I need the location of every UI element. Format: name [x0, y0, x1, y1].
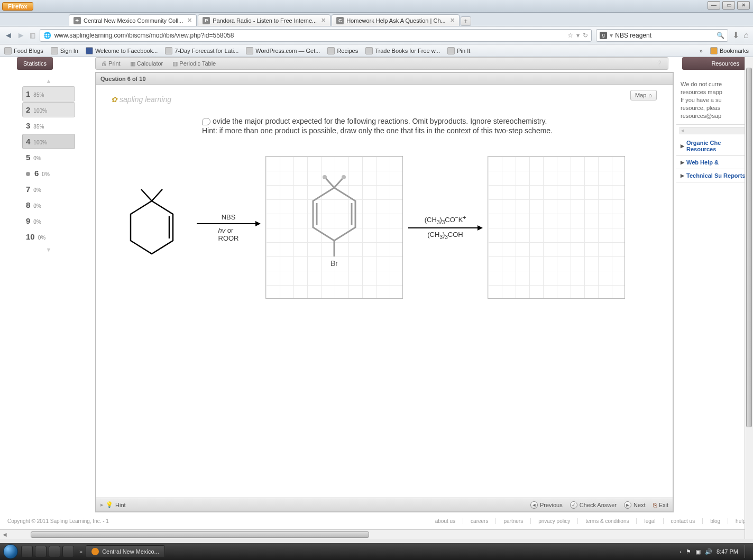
sapling-logo: ✿ sapling learning: [111, 95, 171, 104]
back-button[interactable]: ◄: [4, 31, 13, 40]
copyright-text: Copyright © 2011 Sapling Learning, Inc. …: [7, 518, 109, 524]
question-nav-item[interactable]: 90%: [22, 213, 75, 228]
minimize-button[interactable]: —: [708, 1, 720, 10]
tray-icon[interactable]: ⚑: [686, 548, 691, 555]
firefox-menu-button[interactable]: Firefox: [2, 2, 33, 11]
system-tray: ‹ ⚑ ▣ 🔊 8:47 PM: [679, 545, 750, 558]
statistics-header[interactable]: Statistics: [17, 57, 53, 70]
speech-icon[interactable]: [202, 118, 210, 125]
svg-line-6: [334, 177, 344, 188]
question-number: 10: [26, 232, 35, 241]
question-nav-item[interactable]: 50%: [22, 150, 75, 165]
resource-link[interactable]: ▶Technical Su Reports: [676, 169, 753, 182]
footer-link[interactable]: blog: [702, 518, 720, 524]
tray-volume-icon[interactable]: 🔊: [705, 548, 712, 555]
question-score: 0%: [33, 155, 41, 161]
check-answer-button[interactable]: ✓Check Answer: [570, 501, 617, 509]
question-nav-item[interactable]: 80%: [22, 197, 75, 213]
question-nav-item[interactable]: 2100%: [22, 102, 75, 117]
url-bar[interactable]: 🌐 www.saplinglearning.com/ibiscms/mod/ib…: [40, 29, 592, 42]
bookmark-item[interactable]: Trade Books for Free w...: [365, 47, 440, 54]
browser-tab[interactable]: P Pandora Radio - Listen to Free Interne…: [198, 14, 330, 26]
browser-tab[interactable]: ✦ Central New Mexico Community Coll... ✕: [69, 14, 197, 26]
bookmark-item[interactable]: Recipes: [327, 47, 358, 54]
footer-link[interactable]: legal: [636, 518, 655, 524]
product-box-1[interactable]: Br: [265, 156, 403, 299]
periodic-table-button[interactable]: ▥ Periodic Table: [172, 60, 216, 67]
taskbar-app-icon[interactable]: [35, 546, 47, 557]
footer-link[interactable]: privacy policy: [530, 518, 570, 524]
bookmark-item[interactable]: 7-Day Forecast for Lati...: [165, 47, 238, 54]
tab-close-icon[interactable]: ✕: [450, 17, 455, 24]
question-nav-item[interactable]: 385%: [22, 118, 75, 133]
question-nav-item[interactable]: 100%: [22, 229, 75, 244]
bookmark-item[interactable]: Welcome to Facebook...: [86, 47, 158, 54]
downloads-button[interactable]: ⬇: [732, 30, 739, 40]
history-button[interactable]: ▥: [30, 32, 35, 39]
question-score: 0%: [33, 219, 41, 225]
bookmark-item[interactable]: Pin It: [447, 47, 470, 54]
scrollbar-thumb[interactable]: [746, 68, 752, 427]
question-nav-item[interactable]: 70%: [22, 181, 75, 197]
footer-link[interactable]: about us: [428, 518, 455, 524]
product-box-2[interactable]: [488, 156, 625, 299]
help-icon[interactable]: ❔: [655, 60, 663, 67]
check-icon: ✓: [570, 501, 577, 509]
footer-link[interactable]: contact us: [663, 518, 695, 524]
forward-button[interactable]: ►: [17, 31, 25, 40]
hint-button[interactable]: 💡Hint: [106, 501, 126, 508]
tab-close-icon[interactable]: ✕: [321, 17, 326, 24]
next-button[interactable]: ►Next: [624, 501, 646, 509]
print-button[interactable]: 🖨 Print: [101, 60, 121, 67]
scrollbar-thumb[interactable]: [31, 531, 369, 538]
tray-network-icon[interactable]: ▣: [695, 548, 701, 555]
close-button[interactable]: ✕: [737, 1, 750, 10]
bookmark-item[interactable]: Sign In: [51, 47, 78, 54]
bookmark-star-icon[interactable]: ☆: [567, 32, 573, 39]
start-button[interactable]: [3, 544, 18, 559]
nav-down-icon[interactable]: ▼: [22, 245, 75, 254]
question-number: 5: [26, 153, 30, 162]
footer-link[interactable]: careers: [463, 518, 488, 524]
show-desktop-button[interactable]: [745, 545, 750, 558]
taskbar-app-button[interactable]: Central New Mexico...: [86, 545, 165, 558]
search-icon[interactable]: 🔍: [717, 32, 724, 39]
new-tab-button[interactable]: +: [461, 16, 471, 26]
bookmark-icon: [327, 47, 335, 54]
bookmarks-menu[interactable]: Bookmarks: [710, 47, 749, 54]
maximize-button[interactable]: ▭: [722, 1, 735, 10]
reload-icon[interactable]: ↻: [583, 32, 588, 39]
search-bar[interactable]: g ▾ NBS reagent 🔍: [596, 29, 728, 42]
bookmark-item[interactable]: Food Blogs: [4, 47, 43, 54]
reagent-label: (CH3)3CO−K+: [425, 215, 466, 225]
tab-close-icon[interactable]: ✕: [187, 17, 192, 24]
dropdown-icon[interactable]: ▾: [576, 32, 580, 39]
taskbar-app-icon[interactable]: [21, 546, 33, 557]
footer-link[interactable]: partners: [495, 518, 523, 524]
tab-label: Pandora Radio - Listen to Free Interne..…: [213, 17, 317, 24]
bookmark-item[interactable]: WordPress.com — Get...: [246, 47, 320, 54]
previous-button[interactable]: ◄Previous: [530, 501, 563, 509]
tray-chevron-icon[interactable]: ‹: [679, 548, 682, 555]
calculator-button[interactable]: ▦ Calculator: [130, 60, 163, 67]
resources-header[interactable]: Resources: [682, 57, 746, 70]
nav-up-icon[interactable]: ▲: [22, 76, 75, 86]
question-nav-item[interactable]: 4100%: [22, 134, 75, 149]
map-button[interactable]: Map⌂: [630, 90, 657, 100]
search-engine-icon[interactable]: g: [600, 32, 607, 39]
browser-tab[interactable]: C Homework Help Ask A Question | Ch... ✕: [332, 14, 460, 26]
exit-button[interactable]: ⎘Exit: [653, 502, 668, 508]
taskbar-app-icon[interactable]: [49, 546, 60, 557]
taskbar-app-icon[interactable]: [62, 546, 74, 557]
resource-link[interactable]: ▶Web Help &: [676, 156, 753, 169]
question-nav-item[interactable]: 60%: [22, 166, 75, 181]
clock[interactable]: 8:47 PM: [717, 548, 738, 555]
expand-icon[interactable]: ▸: [100, 501, 104, 508]
question-nav-item[interactable]: 185%: [22, 86, 75, 102]
vertical-scrollbar[interactable]: [745, 57, 753, 539]
resource-link[interactable]: ▶Organic Che Resources: [676, 136, 753, 156]
footer-link[interactable]: terms & conditions: [577, 518, 629, 524]
horizontal-scrollbar[interactable]: ◄ ►: [0, 529, 753, 539]
home-button[interactable]: ⌂: [743, 31, 749, 40]
footer-link[interactable]: help: [728, 518, 746, 524]
